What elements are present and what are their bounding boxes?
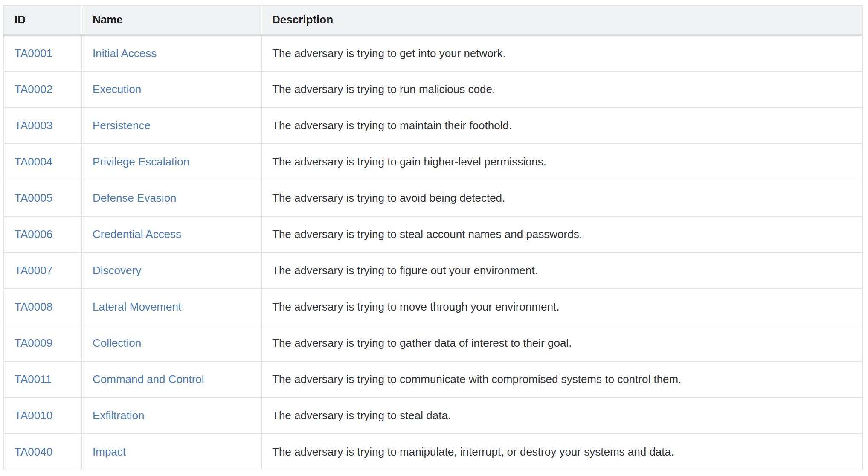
cell-tactic-id: TA0006 xyxy=(4,216,82,253)
tactics-table-container: ID Name Description TA0001Initial Access… xyxy=(0,0,868,470)
cell-tactic-id: TA0040 xyxy=(4,434,82,470)
tactic-id-link[interactable]: TA0040 xyxy=(15,445,52,458)
cell-tactic-id: TA0010 xyxy=(4,398,82,434)
tactic-id-link[interactable]: TA0009 xyxy=(15,337,52,349)
cell-tactic-description: The adversary is trying to gain higher-l… xyxy=(261,144,862,180)
tactic-name-link[interactable]: Exfiltration xyxy=(93,409,144,422)
cell-tactic-id: TA0005 xyxy=(4,180,82,216)
table-row: TA0010ExfiltrationThe adversary is tryin… xyxy=(4,398,862,434)
tactics-table: ID Name Description TA0001Initial Access… xyxy=(3,5,863,470)
cell-tactic-name: Persistence xyxy=(82,107,261,144)
tactic-id-link[interactable]: TA0010 xyxy=(15,409,52,422)
header-row: ID Name Description xyxy=(4,5,862,35)
table-row: TA0008Lateral MovementThe adversary is t… xyxy=(4,289,862,325)
table-row: TA0001Initial AccessThe adversary is try… xyxy=(4,35,862,71)
table-row: TA0005Defense EvasionThe adversary is tr… xyxy=(4,180,862,216)
table-body: TA0001Initial AccessThe adversary is try… xyxy=(4,35,862,470)
cell-tactic-description: The adversary is trying to run malicious… xyxy=(261,71,862,107)
page: ID Name Description TA0001Initial Access… xyxy=(0,0,868,476)
cell-tactic-id: TA0011 xyxy=(4,361,82,398)
tactic-name-link[interactable]: Collection xyxy=(93,337,141,349)
tactic-name-link[interactable]: Execution xyxy=(93,83,141,96)
table-header: ID Name Description xyxy=(4,5,862,35)
tactic-id-link[interactable]: TA0011 xyxy=(15,373,52,386)
cell-tactic-description: The adversary is trying to steal data. xyxy=(261,398,862,434)
table-row: TA0040ImpactThe adversary is trying to m… xyxy=(4,434,862,470)
cell-tactic-description: The adversary is trying to communicate w… xyxy=(261,361,862,398)
cell-tactic-id: TA0002 xyxy=(4,71,82,107)
tactic-id-link[interactable]: TA0002 xyxy=(15,83,52,96)
cell-tactic-name: Privilege Escalation xyxy=(82,144,261,180)
cell-tactic-id: TA0008 xyxy=(4,289,82,325)
tactic-name-link[interactable]: Privilege Escalation xyxy=(93,155,189,168)
tactic-id-link[interactable]: TA0007 xyxy=(15,264,52,277)
tactic-name-link[interactable]: Credential Access xyxy=(93,228,181,241)
cell-tactic-id: TA0009 xyxy=(4,325,82,361)
cell-tactic-name: Defense Evasion xyxy=(82,180,261,216)
tactic-id-link[interactable]: TA0004 xyxy=(15,155,52,168)
table-row: TA0009CollectionThe adversary is trying … xyxy=(4,325,862,361)
cell-tactic-name: Lateral Movement xyxy=(82,289,261,325)
tactic-name-link[interactable]: Persistence xyxy=(93,119,151,132)
cell-tactic-name: Exfiltration xyxy=(82,398,261,434)
cell-tactic-name: Discovery xyxy=(82,253,261,289)
column-header-name: Name xyxy=(82,5,261,35)
tactic-id-link[interactable]: TA0006 xyxy=(15,228,52,241)
tactic-name-link[interactable]: Lateral Movement xyxy=(93,300,181,313)
cell-tactic-description: The adversary is trying to move through … xyxy=(261,289,862,325)
cell-tactic-description: The adversary is trying to avoid being d… xyxy=(261,180,862,216)
table-row: TA0006Credential AccessThe adversary is … xyxy=(4,216,862,253)
cell-tactic-description: The adversary is trying to maintain thei… xyxy=(261,107,862,144)
cell-tactic-name: Collection xyxy=(82,325,261,361)
tactic-id-link[interactable]: TA0008 xyxy=(15,300,52,313)
tactic-name-link[interactable]: Command and Control xyxy=(93,373,204,386)
cell-tactic-name: Initial Access xyxy=(82,35,261,71)
tactic-name-link[interactable]: Impact xyxy=(93,445,126,458)
cell-tactic-name: Command and Control xyxy=(82,361,261,398)
column-header-id: ID xyxy=(4,5,82,35)
column-header-description: Description xyxy=(261,5,862,35)
table-row: TA0004Privilege EscalationThe adversary … xyxy=(4,144,862,180)
cell-tactic-name: Impact xyxy=(82,434,261,470)
cell-tactic-description: The adversary is trying to manipulate, i… xyxy=(261,434,862,470)
tactic-id-link[interactable]: TA0003 xyxy=(15,119,52,132)
table-row: TA0011Command and ControlThe adversary i… xyxy=(4,361,862,398)
table-row: TA0003PersistenceThe adversary is trying… xyxy=(4,107,862,144)
cell-tactic-id: TA0004 xyxy=(4,144,82,180)
cell-tactic-name: Credential Access xyxy=(82,216,261,253)
cell-tactic-id: TA0001 xyxy=(4,35,82,71)
cell-tactic-description: The adversary is trying to steal account… xyxy=(261,216,862,253)
cell-tactic-description: The adversary is trying to get into your… xyxy=(261,35,862,71)
table-row: TA0002ExecutionThe adversary is trying t… xyxy=(4,71,862,107)
cell-tactic-description: The adversary is trying to gather data o… xyxy=(261,325,862,361)
cell-tactic-id: TA0003 xyxy=(4,107,82,144)
tactic-name-link[interactable]: Initial Access xyxy=(93,47,157,60)
tactic-id-link[interactable]: TA0001 xyxy=(15,47,52,60)
tactic-name-link[interactable]: Defense Evasion xyxy=(93,192,177,204)
tactic-name-link[interactable]: Discovery xyxy=(93,264,141,277)
table-row: TA0007DiscoveryThe adversary is trying t… xyxy=(4,253,862,289)
tactic-id-link[interactable]: TA0005 xyxy=(15,192,52,204)
cell-tactic-description: The adversary is trying to figure out yo… xyxy=(261,253,862,289)
cell-tactic-id: TA0007 xyxy=(4,253,82,289)
cell-tactic-name: Execution xyxy=(82,71,261,107)
